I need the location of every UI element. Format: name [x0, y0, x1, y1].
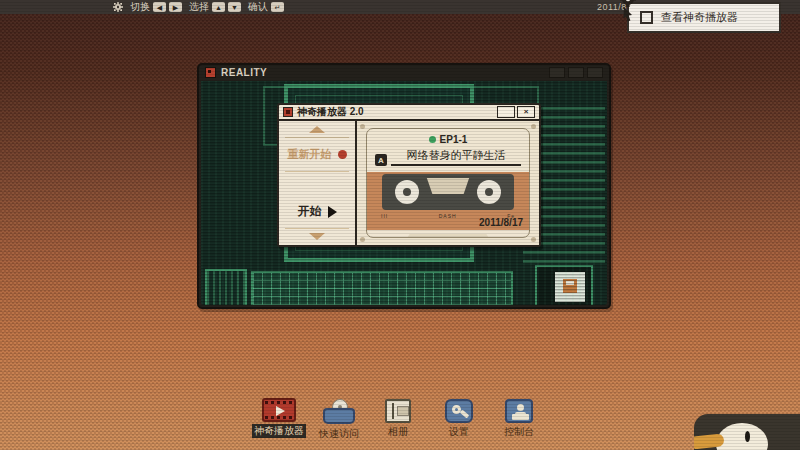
console-icon [505, 399, 533, 423]
side-a-icon: A [375, 154, 387, 166]
left-bumper-key-icon: ◀ [153, 2, 166, 12]
hint-confirm-label: 确认 [248, 0, 268, 14]
hint-confirm: 确认 ↵ [248, 0, 284, 14]
tape-mark: DASH [439, 213, 457, 219]
player-window-buttons: × [497, 106, 535, 118]
settings-wrench-icon [445, 399, 473, 423]
window-button[interactable] [587, 67, 603, 78]
game-screen: 切换 ◀ ▶ 选择 ▲ ▼ 确认 ↵ 2011/8/17 REALITY [0, 0, 800, 450]
mouse-cursor-icon [617, 0, 639, 25]
quick-access-icon [323, 399, 355, 425]
duck-head [716, 423, 768, 450]
desktop-icon-console[interactable]: 控制台 [483, 399, 555, 439]
cassette-tape [382, 174, 514, 210]
close-button[interactable]: × [517, 106, 535, 118]
screw-icon [531, 237, 536, 242]
screw-icon [531, 124, 536, 129]
start-button[interactable]: 开始 [279, 195, 355, 228]
reality-title: REALITY [221, 67, 267, 78]
restart-label: 重新开始 [288, 147, 332, 162]
icon-label: 设置 [449, 425, 469, 439]
enter-key-icon: ↵ [271, 2, 284, 12]
context-menu: 查看神奇播放器 [627, 2, 781, 33]
photo-album-icon [385, 399, 411, 423]
corner-duck [694, 414, 800, 450]
right-bumper-key-icon: ▶ [169, 2, 182, 12]
reality-app-icon [205, 67, 216, 78]
chevron-up-icon[interactable] [309, 126, 325, 133]
down-key-icon: ▼ [228, 2, 241, 12]
screw-icon [360, 237, 365, 242]
icon-label: 神奇播放器 [252, 424, 306, 438]
tape-reel-icon [395, 180, 419, 204]
tape-reel-icon [477, 180, 501, 204]
screw-icon [360, 124, 365, 129]
icon-label: 相册 [388, 425, 408, 439]
view-player-label[interactable]: 查看神奇播放器 [661, 10, 738, 25]
cassette-panel: EP1-1 A 网络替身的平静生活 III [366, 128, 530, 238]
reality-window-buttons [549, 67, 603, 78]
tape-label-band: III DASH Fe 2011/8/17 [367, 172, 529, 230]
cassette-display: EP1-1 A 网络替身的平静生活 III [357, 121, 539, 245]
view-player-checkbox[interactable] [640, 11, 653, 24]
player-window: 神奇播放器 2.0 × 重新开始 开始 [277, 103, 541, 247]
hint-select: 选择 ▲ ▼ [189, 0, 241, 14]
window-button[interactable] [549, 67, 565, 78]
player-app-icon [283, 107, 293, 117]
player-titlebar: 神奇播放器 2.0 × [279, 105, 539, 121]
window-button[interactable] [568, 67, 584, 78]
reality-titlebar: REALITY [199, 65, 609, 79]
player-title: 神奇播放器 2.0 [297, 105, 364, 119]
media-player-icon [262, 398, 296, 422]
hint-select-label: 选择 [189, 0, 209, 14]
play-icon [328, 206, 337, 218]
restart-button[interactable]: 重新开始 [279, 138, 355, 171]
start-label: 开始 [298, 203, 322, 220]
track-title: 网络替身的平静生活 [391, 148, 521, 166]
player-menu: 重新开始 开始 [279, 121, 357, 245]
icon-label: 快速访问 [319, 427, 359, 441]
status-dot-icon [429, 136, 436, 143]
gear-icon [113, 2, 123, 12]
hint-switch-label: 切换 [130, 0, 150, 14]
minimize-button[interactable] [497, 106, 515, 118]
up-key-icon: ▲ [212, 2, 225, 12]
record-dot-icon [338, 150, 347, 159]
episode-label: EP1-1 [440, 134, 468, 145]
tape-mark: III [381, 213, 388, 219]
chevron-down-icon[interactable] [309, 233, 325, 240]
icon-label: 控制台 [504, 425, 534, 439]
hint-switch: 切换 ◀ ▶ [130, 0, 182, 14]
duck-eye [745, 431, 750, 442]
tape-date: 2011/8/17 [479, 217, 523, 228]
